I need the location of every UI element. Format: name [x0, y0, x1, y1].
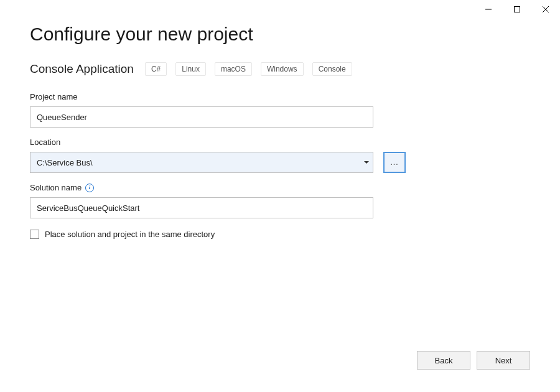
maximize-icon — [514, 6, 520, 12]
close-button[interactable] — [531, 0, 560, 19]
solution-name-label: Solution name — [30, 183, 82, 192]
chevron-down-icon — [364, 161, 369, 164]
browse-button[interactable]: ... — [383, 152, 406, 173]
template-tag: Windows — [261, 62, 304, 76]
window-titlebar — [474, 0, 560, 19]
template-tag: Linux — [175, 62, 206, 76]
close-icon — [543, 6, 549, 12]
template-tag: C# — [145, 62, 167, 76]
project-name-field-group: Project name — [30, 92, 530, 128]
template-name: Console Application — [30, 62, 134, 76]
location-dropdown[interactable]: C:\Service Bus\ — [30, 152, 373, 173]
template-tag: Console — [312, 62, 352, 76]
solution-name-field-group: Solution name i — [30, 183, 530, 218]
solution-name-input[interactable] — [30, 197, 373, 218]
svg-rect-1 — [515, 7, 520, 12]
same-directory-label: Place solution and project in the same d… — [45, 230, 215, 239]
page-title: Configure your new project — [30, 24, 530, 45]
location-field-group: Location C:\Service Bus\ ... — [30, 138, 530, 173]
next-button[interactable]: Next — [477, 351, 530, 370]
same-directory-row: Place solution and project in the same d… — [30, 230, 530, 239]
maximize-button[interactable] — [503, 0, 531, 19]
location-label: Location — [30, 138, 530, 147]
minimize-icon — [485, 6, 492, 12]
template-tag: macOS — [215, 62, 252, 76]
back-button[interactable]: Back — [417, 351, 470, 370]
location-value: C:\Service Bus\ — [37, 158, 93, 167]
template-subheader: Console Application C# Linux macOS Windo… — [30, 62, 530, 76]
project-name-label: Project name — [30, 92, 530, 101]
info-icon[interactable]: i — [85, 184, 94, 192]
footer-nav: Back Next — [417, 351, 530, 370]
same-directory-checkbox[interactable] — [30, 230, 39, 239]
minimize-button[interactable] — [474, 0, 503, 19]
project-name-input[interactable] — [30, 106, 373, 128]
